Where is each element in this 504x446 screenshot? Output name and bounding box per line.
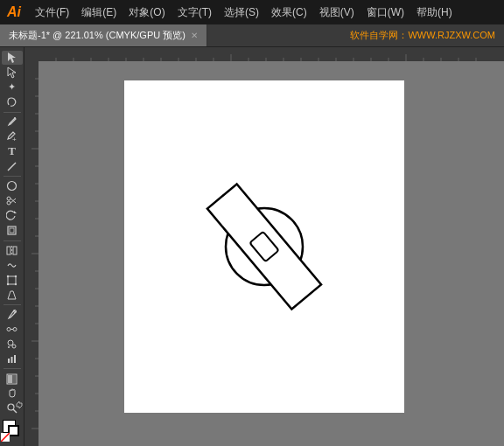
svg-point-18 <box>15 275 17 276</box>
swap-fill-stroke-button[interactable] <box>16 399 23 411</box>
svg-rect-34 <box>12 375 16 383</box>
rotate-tool-button[interactable] <box>2 209 23 223</box>
toolbar-separator-1 <box>4 112 21 113</box>
direct-selection-tool-button[interactable] <box>2 66 23 80</box>
selection-tool-button[interactable] <box>2 51 23 65</box>
svg-rect-29 <box>8 359 10 363</box>
svg-point-17 <box>7 275 9 276</box>
free-transform-tool-button[interactable] <box>2 273 23 287</box>
svg-text:+: + <box>12 136 17 143</box>
svg-point-24 <box>13 328 17 331</box>
svg-point-28 <box>8 346 10 348</box>
scissors-tool-button[interactable] <box>2 194 23 208</box>
svg-rect-13 <box>7 247 10 254</box>
svg-marker-21 <box>8 291 16 299</box>
svg-line-4 <box>8 163 16 171</box>
line-tool-button[interactable] <box>2 159 23 173</box>
menu-effect[interactable]: 效果(C) <box>266 3 312 22</box>
add-anchor-tool-button[interactable]: + <box>2 129 23 143</box>
toolbar-separator-2 <box>4 176 21 177</box>
svg-point-7 <box>7 201 10 205</box>
toolbar-separator-3 <box>4 240 21 241</box>
menu-bar: 文件(F) 编辑(E) 对象(O) 文字(T) 选择(S) 效果(C) 视图(V… <box>30 3 497 22</box>
svg-rect-14 <box>13 247 17 254</box>
canvas-area <box>24 47 504 446</box>
perspective-tool-button[interactable] <box>2 288 23 302</box>
svg-marker-10 <box>14 211 17 213</box>
menu-file[interactable]: 文件(F) <box>30 3 74 22</box>
website-label: 软件自学网：WWW.RJZXW.COM <box>341 24 504 46</box>
toolbar-separator-4 <box>4 304 21 305</box>
svg-rect-16 <box>8 276 16 284</box>
svg-rect-31 <box>14 355 16 363</box>
main-area: ✦ + T <box>0 47 504 446</box>
symbol-sprayer-tool-button[interactable] <box>2 338 23 352</box>
menu-type[interactable]: 文字(T) <box>172 3 217 22</box>
artwork <box>212 194 317 299</box>
warp-tool-button[interactable] <box>2 258 23 272</box>
ruler-corner <box>24 47 38 61</box>
eyedropper-tool-button[interactable] <box>2 308 23 322</box>
svg-point-35 <box>8 404 14 410</box>
pen-tool-button[interactable] <box>2 115 23 129</box>
menu-select[interactable]: 选择(S) <box>219 3 264 22</box>
blend-tool-button[interactable] <box>2 323 23 337</box>
ruler-left <box>24 61 38 446</box>
toolbar: ✦ + T <box>0 47 24 446</box>
none-indicator <box>1 432 10 441</box>
document-tab[interactable]: 未标题-1* @ 221.01% (CMYK/GPU 预览) ✕ <box>0 24 207 46</box>
gradient-tool-button[interactable] <box>2 372 23 386</box>
color-area <box>1 416 24 443</box>
lasso-tool-button[interactable] <box>2 95 23 109</box>
svg-point-23 <box>7 328 10 331</box>
svg-point-19 <box>7 282 9 284</box>
transform-tool-button[interactable] <box>2 224 23 238</box>
tab-label: 未标题-1* @ 221.01% (CMYK/GPU 预览) <box>9 29 186 42</box>
svg-rect-12 <box>10 228 14 233</box>
menu-window[interactable]: 窗口(W) <box>361 3 410 22</box>
svg-point-27 <box>12 345 16 348</box>
toolbar-separator-5 <box>4 368 21 369</box>
svg-marker-0 <box>8 52 16 63</box>
menu-help[interactable]: 帮助(H) <box>411 3 458 22</box>
magic-wand-tool-button[interactable]: ✦ <box>2 80 23 94</box>
svg-point-26 <box>8 340 13 345</box>
reflect-tool-button[interactable] <box>2 243 23 257</box>
svg-marker-1 <box>8 67 16 78</box>
menu-object[interactable]: 对象(O) <box>123 3 170 22</box>
ruler-top <box>38 47 504 61</box>
svg-rect-30 <box>11 357 13 363</box>
column-graph-tool-button[interactable] <box>2 352 23 366</box>
menu-view[interactable]: 视图(V) <box>314 3 360 22</box>
artboard <box>124 80 404 413</box>
ellipse-tool-button[interactable] <box>2 179 23 193</box>
tab-close-button[interactable]: ✕ <box>191 31 198 40</box>
svg-rect-33 <box>8 375 12 383</box>
title-bar: Ai 文件(F) 编辑(E) 对象(O) 文字(T) 选择(S) 效果(C) 视… <box>0 0 504 24</box>
svg-point-5 <box>8 182 17 191</box>
type-tool-button[interactable]: T <box>2 144 23 158</box>
svg-point-20 <box>15 282 17 284</box>
svg-rect-11 <box>8 226 16 234</box>
svg-point-6 <box>7 197 10 200</box>
fill-stroke-indicator[interactable] <box>3 420 22 439</box>
tab-bar: 未标题-1* @ 221.01% (CMYK/GPU 预览) ✕ 软件自学网：W… <box>0 24 504 47</box>
menu-edit[interactable]: 编辑(E) <box>76 3 122 22</box>
app-logo: Ai <box>7 5 21 19</box>
svg-point-2 <box>14 117 16 119</box>
